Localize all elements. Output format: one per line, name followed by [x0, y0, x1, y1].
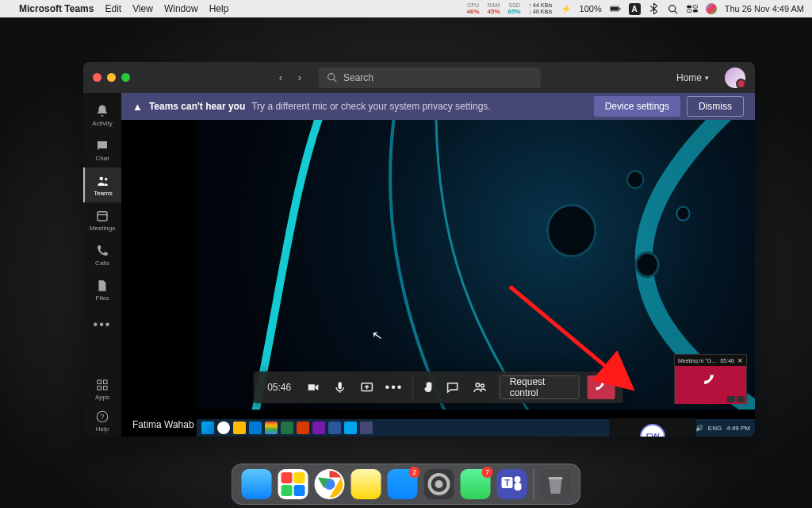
menubar-item-view[interactable]: View	[132, 3, 153, 14]
rail-apps[interactable]: Apps	[83, 373, 121, 405]
a-icon[interactable]: A	[629, 3, 641, 15]
mic-icon	[332, 380, 347, 394]
macos-dock: 2 7 T	[232, 464, 581, 505]
org-dropdown[interactable]: Home▾	[676, 72, 709, 83]
dock-finder[interactable]	[242, 469, 272, 499]
svg-rect-17	[98, 386, 102, 390]
svg-rect-13	[98, 211, 107, 220]
files-icon	[95, 279, 109, 293]
main-area: ▲ Teams can't hear you Try a different m…	[121, 93, 755, 437]
mini-close-icon[interactable]: ✕	[737, 357, 743, 364]
svg-point-28	[481, 384, 484, 387]
camera-toggle-button[interactable]	[301, 374, 324, 401]
call-duration: 05:46	[261, 382, 297, 393]
banner-title: Teams can't hear you	[149, 101, 245, 112]
participants-button[interactable]	[467, 374, 491, 401]
app-rail: Activity Chat Teams Meetings Calls Files	[83, 93, 121, 437]
help-icon: ?	[95, 410, 109, 424]
svg-rect-1	[611, 7, 619, 10]
hand-icon	[421, 380, 435, 394]
svg-rect-15	[98, 380, 102, 384]
svg-point-11	[100, 176, 104, 180]
siri-icon[interactable]	[706, 3, 717, 14]
svg-rect-5	[687, 6, 691, 9]
svg-rect-6	[693, 6, 698, 9]
dock-chrome[interactable]	[315, 469, 345, 499]
svg-rect-2	[619, 8, 620, 10]
minimize-window-button[interactable]	[107, 73, 116, 82]
rail-activity[interactable]: Activity	[83, 98, 121, 133]
rail-more[interactable]: •••	[83, 307, 121, 342]
rail-teams[interactable]: Teams	[83, 167, 121, 202]
shared-screen	[197, 120, 755, 410]
participant-tile[interactable]: FW Fatima Wahab	[609, 418, 696, 437]
messages-badge: 7	[482, 467, 493, 478]
search-input[interactable]: Search	[319, 67, 541, 88]
hangup-icon	[702, 372, 719, 390]
share-icon	[360, 380, 374, 394]
dock-messages[interactable]: 7	[461, 469, 491, 499]
rail-chat[interactable]: Chat	[83, 133, 121, 167]
rail-files[interactable]: Files	[83, 272, 121, 307]
menubar-clock[interactable]: Thu 26 Nov 4:49 AM	[725, 4, 804, 13]
mic-toggle-button[interactable]	[327, 374, 351, 401]
mini-title: Meeting in "General"	[678, 358, 717, 364]
device-settings-button[interactable]: Device settings	[594, 96, 680, 117]
meeting-stage: ↖ Fatima Wahab ▴📶🔊ENG4:49 PM	[121, 120, 755, 437]
hangup-button[interactable]	[587, 375, 615, 399]
svg-line-4	[675, 10, 677, 13]
calendar-icon	[95, 209, 109, 223]
request-control-button[interactable]: Request control	[500, 375, 580, 399]
menubar-app-name[interactable]: Microsoft Teams	[19, 3, 94, 14]
nav-back-button[interactable]: ‹	[273, 70, 289, 86]
rail-meetings[interactable]: Meetings	[83, 202, 121, 237]
search-icon[interactable]	[668, 3, 679, 14]
dock-notes[interactable]	[351, 469, 381, 499]
dock-launchpad[interactable]	[278, 469, 308, 499]
svg-point-23	[627, 171, 643, 187]
svg-rect-8	[693, 10, 698, 13]
bluetooth-icon[interactable]	[649, 3, 660, 14]
svg-point-21	[548, 205, 596, 256]
svg-rect-16	[104, 380, 108, 384]
mini-meeting-overlay[interactable]: Meeting in "General" 05:46 ✕	[674, 354, 747, 403]
menubar-item-edit[interactable]: Edit	[105, 3, 121, 14]
close-window-button[interactable]	[93, 73, 102, 82]
bell-icon	[95, 104, 109, 118]
svg-rect-38	[549, 477, 563, 479]
svg-rect-25	[338, 382, 342, 389]
menubar-item-help[interactable]: Help	[209, 3, 229, 14]
more-actions-button[interactable]: •••	[382, 374, 406, 401]
chat-panel-button[interactable]	[440, 374, 464, 401]
dismiss-banner-button[interactable]: Dismiss	[687, 96, 744, 117]
svg-point-12	[105, 178, 107, 180]
battery-percent: 100%	[580, 4, 602, 13]
dock-appstore[interactable]: 2	[388, 469, 418, 499]
share-screen-button[interactable]	[355, 374, 379, 401]
svg-point-22	[636, 252, 658, 276]
cpu-stat: CPU46%	[467, 2, 480, 15]
mini-time: 05:46	[720, 358, 734, 364]
teams-nav-icon	[96, 174, 110, 188]
ellipsis-icon: •••	[94, 318, 112, 332]
svg-point-33	[435, 480, 443, 488]
battery-icon	[610, 3, 621, 14]
svg-point-36	[515, 476, 521, 483]
net-stat: ↑ 44 KB/s↓ 46 KB/s	[529, 2, 553, 15]
people-icon	[473, 380, 487, 394]
menubar-item-window[interactable]: Window	[164, 3, 198, 14]
dock-divider	[534, 469, 534, 499]
dock-teams[interactable]: T	[497, 469, 527, 499]
raise-hand-button[interactable]	[412, 374, 437, 401]
dock-trash[interactable]	[541, 469, 571, 499]
teams-window: ‹ › Search Home▾ Activity Chat Teams	[83, 62, 755, 437]
rail-help[interactable]: ? Help	[83, 405, 121, 437]
nav-forward-button[interactable]: ›	[292, 70, 308, 86]
control-center-icon[interactable]	[687, 3, 698, 14]
macos-menubar: Microsoft Teams Edit View Window Help CP…	[0, 0, 812, 17]
profile-avatar[interactable]	[725, 67, 745, 88]
maximize-window-button[interactable]	[121, 73, 130, 82]
rail-calls[interactable]: Calls	[83, 237, 121, 272]
camera-icon	[305, 380, 320, 394]
dock-settings[interactable]	[424, 469, 454, 499]
